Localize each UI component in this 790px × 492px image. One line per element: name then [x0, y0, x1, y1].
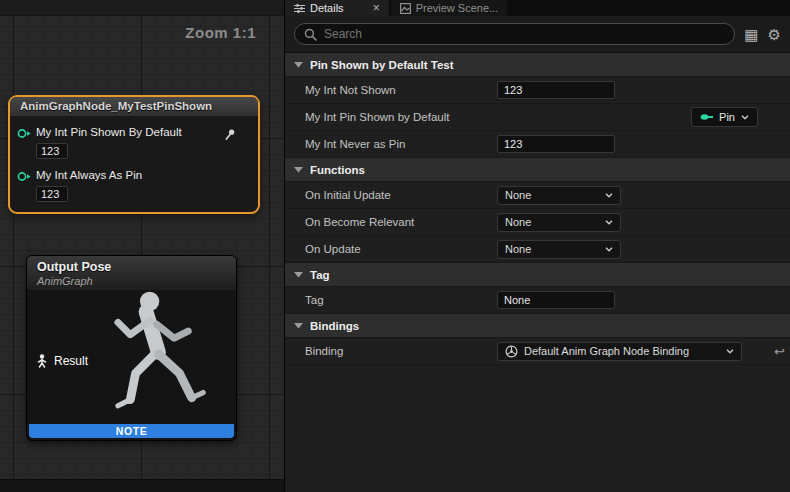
- display-filter-icon[interactable]: ▦: [744, 27, 758, 42]
- dropdown-value: None: [505, 243, 531, 255]
- tab-preview-scene[interactable]: Preview Scene...: [391, 0, 508, 16]
- section-tag[interactable]: Tag: [285, 263, 790, 287]
- chevron-down-icon: [294, 167, 303, 173]
- anim-graph-canvas[interactable]: Zoom 1:1 AnimGraphNode_MyTestPinShown My…: [0, 0, 285, 492]
- search-box[interactable]: [294, 23, 735, 45]
- output-pose-node[interactable]: Output Pose AnimGraph Result NOTE: [26, 255, 237, 441]
- property-label: On Initial Update: [285, 189, 491, 201]
- my-int-not-shown-input[interactable]: [497, 81, 615, 99]
- section-title: Functions: [310, 164, 365, 176]
- pin-row[interactable]: My Int Pin Shown By Default: [17, 126, 250, 159]
- property-label: Binding: [285, 345, 491, 357]
- section-title: Tag: [310, 269, 330, 281]
- zoom-level-label: Zoom 1:1: [185, 24, 256, 41]
- search-input[interactable]: [324, 27, 725, 41]
- node-title: AnimGraphNode_MyTestPinShown: [10, 97, 258, 117]
- chevron-down-icon: [294, 272, 303, 278]
- details-tab-icon: [294, 3, 305, 14]
- pin-icon: [700, 112, 713, 122]
- graph-bottom-bar: [0, 479, 284, 492]
- row-my-int-pin-shown-by-default: My Int Pin Shown by Default Pin: [285, 104, 790, 131]
- row-on-update: On Update None: [285, 236, 790, 263]
- section-title: Pin Shown by Default Test: [310, 59, 454, 71]
- chevron-down-icon: [605, 247, 613, 252]
- on-update-dropdown[interactable]: None: [497, 240, 621, 259]
- pin-visibility-icon[interactable]: [223, 128, 236, 141]
- unreal-editor-window: Zoom 1:1 AnimGraphNode_MyTestPinShown My…: [0, 0, 790, 492]
- node-note-bar[interactable]: NOTE: [29, 424, 234, 438]
- row-binding: Binding Default Anim Graph Node Binding …: [285, 338, 790, 365]
- pin-label: My Int Always As Pin: [36, 169, 142, 181]
- property-label: My Int Pin Shown by Default: [285, 111, 491, 123]
- tab-details-label: Details: [310, 2, 344, 14]
- result-pin-label: Result: [54, 354, 88, 368]
- tag-input[interactable]: [497, 291, 615, 309]
- chevron-down-icon: [294, 323, 303, 329]
- binding-dropdown[interactable]: Default Anim Graph Node Binding: [497, 342, 742, 361]
- details-toolbar: ▦ ⚙: [285, 16, 790, 53]
- graph-top-bar: [0, 0, 284, 16]
- my-int-never-as-pin-input[interactable]: [497, 135, 615, 153]
- dropdown-value: Default Anim Graph Node Binding: [524, 345, 689, 357]
- anim-graph-node[interactable]: AnimGraphNode_MyTestPinShown My Int Pin …: [8, 95, 260, 214]
- pin-row[interactable]: My Int Always As Pin: [17, 169, 250, 202]
- tab-preview-scene-label: Preview Scene...: [416, 2, 499, 14]
- pose-pin-icon: [36, 354, 48, 368]
- property-label: My Int Not Shown: [285, 84, 491, 96]
- mannequin-figure: [74, 282, 234, 440]
- output-node-title: Output Pose: [37, 260, 226, 274]
- property-label: On Become Relevant: [285, 216, 491, 228]
- chevron-down-icon: [605, 220, 613, 225]
- pin-label: My Int Pin Shown By Default: [36, 126, 182, 138]
- pin-value-input[interactable]: [36, 186, 68, 202]
- chevron-down-icon: [726, 349, 734, 354]
- property-label: Tag: [285, 294, 491, 306]
- result-pin[interactable]: Result: [36, 354, 88, 368]
- tab-details[interactable]: Details ×: [285, 0, 389, 16]
- property-label: On Update: [285, 243, 491, 255]
- search-icon: [304, 28, 317, 41]
- properties-list: Pin Shown by Default Test My Int Not Sho…: [285, 53, 790, 492]
- pin-value-input[interactable]: [36, 143, 68, 159]
- pin-dropdown-label: Pin: [719, 111, 735, 123]
- row-my-int-never-as-pin: My Int Never as Pin: [285, 131, 790, 158]
- on-become-relevant-dropdown[interactable]: None: [497, 213, 621, 232]
- row-my-int-not-shown: My Int Not Shown: [285, 77, 790, 104]
- chevron-down-icon: [605, 193, 613, 198]
- row-on-become-relevant: On Become Relevant None: [285, 209, 790, 236]
- section-bindings[interactable]: Bindings: [285, 314, 790, 338]
- section-functions[interactable]: Functions: [285, 158, 790, 182]
- pin-dropdown-button[interactable]: Pin: [691, 107, 758, 127]
- chevron-down-icon: [294, 62, 303, 68]
- section-pin-shown-by-default-test[interactable]: Pin Shown by Default Test: [285, 53, 790, 77]
- dropdown-value: None: [505, 216, 531, 228]
- tab-bar: Details × Preview Scene...: [285, 0, 790, 16]
- details-panel: Details × Preview Scene... ▦ ⚙: [285, 0, 790, 492]
- tab-close-icon[interactable]: ×: [373, 2, 380, 14]
- dropdown-value: None: [505, 189, 531, 201]
- section-title: Bindings: [310, 320, 359, 332]
- row-on-initial-update: On Initial Update None: [285, 182, 790, 209]
- on-initial-update-dropdown[interactable]: None: [497, 186, 621, 205]
- int-pin-icon[interactable]: [17, 128, 32, 139]
- row-tag: Tag: [285, 287, 790, 314]
- chevron-down-icon: [741, 115, 749, 120]
- int-pin-icon[interactable]: [17, 171, 32, 182]
- binding-icon: [505, 345, 518, 358]
- settings-gear-icon[interactable]: ⚙: [768, 27, 781, 42]
- preview-scene-tab-icon: [400, 3, 411, 14]
- revert-binding-icon[interactable]: ↩: [774, 344, 785, 359]
- property-label: My Int Never as Pin: [285, 138, 491, 150]
